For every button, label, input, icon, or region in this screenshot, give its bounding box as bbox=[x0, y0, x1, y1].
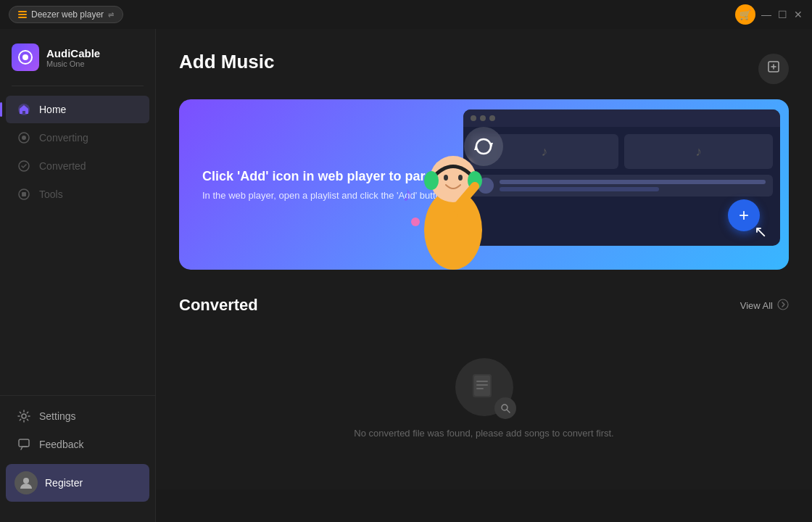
sidebar-converted-label: Converted bbox=[39, 160, 86, 172]
main-content: Add Music bbox=[156, 29, 812, 489]
tools-icon bbox=[17, 188, 30, 201]
add-music-title: Add Music bbox=[179, 51, 274, 73]
converted-icon bbox=[17, 160, 30, 173]
svg-text:♪: ♪ bbox=[402, 183, 413, 205]
app-name: AudiCable bbox=[46, 47, 100, 59]
mock-bar-1 bbox=[500, 180, 766, 184]
svg-point-21 bbox=[778, 299, 788, 310]
app-body: AudiCable Music One Home bbox=[0, 29, 812, 522]
register-button[interactable]: Register bbox=[6, 464, 149, 502]
sidebar-converting-label: Converting bbox=[39, 132, 88, 144]
sync-icon bbox=[473, 136, 494, 157]
close-button[interactable]: ✕ bbox=[793, 9, 803, 20]
view-all-label: View All bbox=[740, 300, 773, 311]
sidebar-item-tools[interactable]: Tools bbox=[6, 181, 149, 208]
sidebar-item-converting[interactable]: Converting bbox=[6, 124, 149, 152]
cart-icon: 🛒 bbox=[740, 9, 751, 20]
svg-line-28 bbox=[507, 410, 510, 413]
brand-area: AudiCable Music One bbox=[0, 38, 155, 83]
titlebar: Deezer web player ⇌ 🛒 — ☐ ✕ bbox=[0, 0, 812, 29]
svg-point-4 bbox=[22, 136, 26, 140]
dropdown-arrow-icon: ⇌ bbox=[108, 11, 114, 19]
mock-song-2: ♪ bbox=[624, 134, 773, 169]
plus-icon: + bbox=[739, 207, 749, 224]
character-illustration: ♪ bbox=[399, 99, 515, 270]
web-player-button[interactable]: Deezer web player ⇌ bbox=[9, 6, 123, 23]
svg-point-1 bbox=[22, 54, 28, 60]
sync-icon-circle bbox=[464, 127, 503, 166]
settings-icon bbox=[17, 410, 30, 423]
sidebar-tools-label: Tools bbox=[39, 188, 63, 200]
empty-state-icon bbox=[455, 358, 513, 416]
svg-point-10 bbox=[23, 478, 29, 484]
add-music-header: Add Music bbox=[179, 51, 789, 86]
maximize-button[interactable]: ☐ bbox=[777, 9, 787, 20]
svg-point-14 bbox=[424, 171, 439, 190]
minimize-icon: — bbox=[761, 9, 771, 20]
app-subtitle: Music One bbox=[46, 59, 100, 68]
empty-state: No converted file was found, please add … bbox=[179, 329, 789, 468]
maximize-icon: ☐ bbox=[778, 9, 787, 20]
sidebar: AudiCable Music One Home bbox=[0, 29, 156, 522]
svg-point-16 bbox=[444, 175, 448, 181]
sidebar-item-settings[interactable]: Settings bbox=[6, 402, 149, 430]
titlebar-left: Deezer web player ⇌ bbox=[9, 6, 123, 23]
brand-logo-svg bbox=[17, 49, 33, 65]
sidebar-bottom: Settings Feedback bbox=[0, 395, 155, 513]
minimize-button[interactable]: — bbox=[761, 9, 771, 20]
search-icon bbox=[500, 402, 511, 414]
cart-button[interactable]: 🛒 bbox=[735, 4, 755, 25]
sidebar-item-home[interactable]: Home bbox=[6, 96, 149, 123]
character-svg: ♪ bbox=[399, 99, 515, 270]
search-badge bbox=[494, 397, 516, 419]
nav-items: Home Converting bbox=[0, 89, 155, 395]
import-icon bbox=[766, 59, 781, 78]
converting-icon bbox=[17, 131, 30, 144]
register-label: Register bbox=[45, 477, 83, 489]
add-music-banner: Click 'Add' icon in web player to parse … bbox=[179, 99, 789, 270]
cursor-icon: ↖ bbox=[754, 223, 767, 241]
register-avatar bbox=[14, 471, 38, 494]
mock-song-bar bbox=[500, 180, 766, 191]
chevron-right-icon bbox=[777, 299, 789, 312]
web-player-label: Deezer web player bbox=[31, 9, 104, 20]
equalizer-icon bbox=[18, 11, 27, 18]
window-controls: 🛒 — ☐ ✕ bbox=[735, 4, 803, 25]
import-button[interactable] bbox=[758, 54, 789, 84]
sidebar-divider bbox=[12, 86, 144, 86]
converted-section-header: Converted View All bbox=[179, 296, 789, 315]
svg-rect-7 bbox=[22, 192, 26, 196]
svg-point-8 bbox=[22, 414, 26, 418]
empty-files-icon bbox=[468, 371, 500, 403]
brand-text: AudiCable Music One bbox=[46, 47, 100, 68]
sidebar-feedback-label: Feedback bbox=[39, 439, 83, 450]
sidebar-settings-label: Settings bbox=[39, 410, 76, 422]
sidebar-home-label: Home bbox=[39, 104, 66, 115]
empty-message: No converted file was found, please add … bbox=[354, 428, 613, 439]
close-icon: ✕ bbox=[794, 9, 803, 20]
svg-rect-9 bbox=[19, 439, 29, 447]
mock-song-wide bbox=[471, 175, 773, 196]
svg-point-17 bbox=[458, 175, 463, 181]
sidebar-item-feedback[interactable]: Feedback bbox=[6, 431, 149, 458]
home-icon bbox=[17, 103, 30, 116]
feedback-icon bbox=[17, 438, 30, 451]
view-all-button[interactable]: View All bbox=[740, 299, 789, 312]
sidebar-item-converted[interactable]: Converted bbox=[6, 152, 149, 180]
brand-logo bbox=[12, 44, 39, 71]
converted-title: Converted bbox=[179, 296, 258, 315]
mock-bar-2 bbox=[500, 187, 659, 191]
main-wrapper: Add Music bbox=[156, 29, 812, 522]
